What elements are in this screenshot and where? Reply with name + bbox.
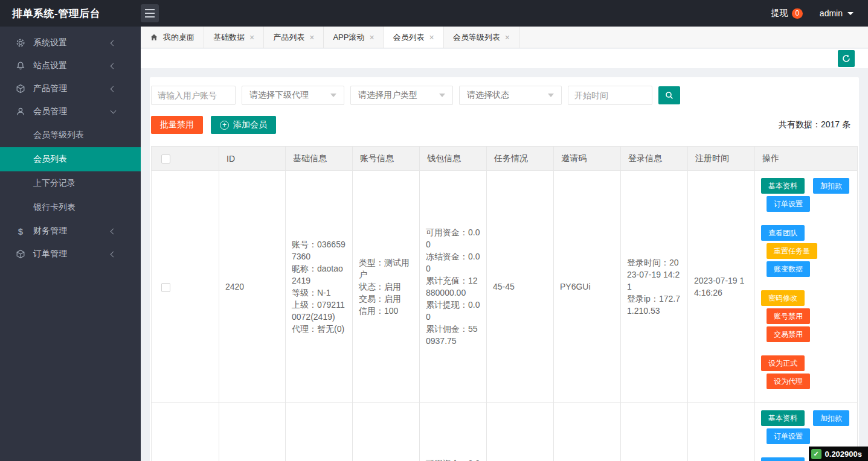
tab-my-desktop[interactable]: 我的桌面: [141, 27, 204, 48]
tab-member-level-list[interactable]: 会员等级列表 ×: [444, 27, 519, 48]
sidebar-subitem-member-list[interactable]: 会员列表: [0, 147, 141, 171]
order-settings-button[interactable]: 订单设置: [767, 428, 810, 444]
reset-task-button[interactable]: 重置任务量: [767, 243, 817, 259]
sidebar-subitem-label: 银行卡列表: [33, 202, 76, 213]
row-select-cell: [152, 403, 219, 461]
cell-task: 45-45: [487, 171, 554, 403]
tab-basic-data[interactable]: 基础数据 ×: [204, 27, 264, 48]
search-button[interactable]: [658, 86, 680, 104]
sidebar: 系统设置 站点设置 产品管理 会员管理 会员等级列表 会员列表 上下分记录: [0, 27, 141, 461]
action-group: 基本资料 加扣款 订单设置: [761, 178, 851, 212]
cell-operations: 基本资料 加扣款 订单设置 查看团队 重置任务量 账变数据: [755, 171, 858, 403]
close-icon[interactable]: ×: [249, 33, 254, 42]
withdraw-label: 提现: [771, 8, 788, 19]
sidebar-item-finance-management[interactable]: $ 财务管理: [0, 220, 141, 243]
basic-info-button[interactable]: 基本资料: [761, 410, 805, 426]
action-bar: 批量禁用 + 添加会员 共有数据：2017 条: [151, 116, 858, 134]
chevron-left-icon: [111, 228, 117, 234]
account-change-button[interactable]: 账变数据: [767, 261, 810, 277]
table-row: 2420 账号：0366597360 昵称：daotao2419 等级：N-1 …: [152, 171, 858, 403]
set-official-button[interactable]: 设为正式: [761, 355, 805, 371]
table-header-row: ID 基础信息 账号信息 钱包信息 任务情况 邀请码 登录信息 注册时间 操作: [152, 147, 858, 171]
action-group: 密码修改 账号禁用 交易禁用: [761, 290, 851, 342]
cell-register-time: [688, 403, 755, 461]
adjust-balance-button[interactable]: 加扣款: [813, 178, 849, 194]
cell-invite-code: PY6GUi: [554, 171, 621, 403]
cell-id: [219, 403, 286, 461]
status-select[interactable]: 请选择状态: [459, 86, 562, 105]
add-member-label: 添加会员: [233, 119, 267, 130]
app-title: 排单系统-管理后台: [0, 7, 141, 21]
col-wallet-info: 钱包信息: [420, 147, 487, 171]
cell-wallet-info: 可用资金：0.00 冻结资金：0.00 累计充值：12880000.00 累计提…: [420, 171, 487, 403]
col-invite-code: 邀请码: [554, 147, 621, 171]
chevron-down-icon: [111, 108, 117, 114]
sidebar-item-label: 产品管理: [33, 83, 67, 94]
account-input[interactable]: [151, 86, 236, 105]
user-icon: [16, 107, 25, 116]
cell-login-info: [621, 403, 688, 461]
cell-task: [487, 403, 554, 461]
view-team-button[interactable]: 查看团队: [761, 225, 805, 241]
sidebar-subitem-updown-records[interactable]: 上下分记录: [0, 171, 141, 196]
add-member-button[interactable]: + 添加会员: [211, 116, 276, 134]
sidebar-item-label: 系统设置: [33, 37, 67, 48]
start-time-input[interactable]: [568, 86, 652, 105]
col-task: 任务情况: [487, 147, 554, 171]
user-menu[interactable]: admin: [820, 8, 854, 18]
adjust-balance-button[interactable]: 加扣款: [813, 410, 849, 426]
tab-app-scroll[interactable]: APP滚动 ×: [324, 27, 384, 48]
sidebar-item-label: 财务管理: [33, 226, 67, 237]
cell-account-info: 类型：测试用户 状态：启用 交易：启用 信用：100: [353, 171, 420, 403]
gear-icon: [16, 38, 25, 48]
sidebar-item-site-settings[interactable]: 站点设置: [0, 54, 141, 77]
set-agent-button[interactable]: 设为代理: [767, 374, 810, 389]
sidebar-item-member-management[interactable]: 会员管理: [0, 100, 141, 123]
tab-member-list[interactable]: 会员列表 ×: [384, 27, 444, 48]
withdraw-link[interactable]: 提现 0: [771, 8, 803, 19]
chevron-left-icon: [111, 251, 117, 257]
tab-product-list[interactable]: 产品列表 ×: [264, 27, 324, 48]
close-icon[interactable]: ×: [309, 33, 314, 42]
basic-info-button[interactable]: 基本资料: [761, 178, 805, 194]
close-icon[interactable]: ×: [505, 33, 510, 42]
sidebar-subitem-member-level-list[interactable]: 会员等级列表: [0, 123, 141, 147]
agent-select[interactable]: 请选择下级代理: [242, 86, 344, 105]
chevron-left-icon: [111, 63, 117, 69]
dollar-icon: $: [16, 226, 25, 236]
tab-label: 基础数据: [213, 32, 245, 43]
load-time-text: 0.202900s: [825, 450, 862, 459]
sidebar-subitem-label: 上下分记录: [33, 178, 76, 189]
load-time-badge: ✓ 0.202900s: [809, 447, 868, 461]
check-icon: ✓: [811, 449, 821, 459]
refresh-button[interactable]: [838, 50, 855, 67]
tab-bar: 我的桌面 基础数据 × 产品列表 × APP滚动 × 会员列表 × 会员等级列表…: [141, 27, 868, 48]
sidebar-item-order-management[interactable]: 订单管理: [0, 243, 141, 265]
close-icon[interactable]: ×: [369, 33, 374, 42]
close-icon[interactable]: ×: [429, 33, 434, 42]
withdraw-badge: 0: [792, 8, 803, 19]
status-select-value: 请选择状态: [467, 90, 509, 101]
row-checkbox[interactable]: [161, 283, 170, 292]
sidebar-subitem-bank-card-list[interactable]: 银行卡列表: [0, 196, 141, 220]
menu-toggle-button[interactable]: [141, 4, 159, 22]
bell-icon: [16, 61, 25, 71]
batch-disable-button[interactable]: 批量禁用: [151, 116, 203, 134]
chevron-down-icon: [847, 12, 854, 15]
chevron-down-icon: [330, 94, 336, 97]
order-settings-button[interactable]: 订单设置: [767, 196, 810, 212]
sidebar-subitem-label: 会员等级列表: [33, 130, 84, 141]
sidebar-item-system-settings[interactable]: 系统设置: [0, 31, 141, 54]
select-all-checkbox[interactable]: [161, 154, 170, 164]
view-team-button[interactable]: 查看团队: [761, 457, 805, 461]
cell-wallet-info: 可用资金：0.00: [420, 403, 487, 461]
search-icon: [664, 91, 674, 100]
disable-trade-button[interactable]: 交易禁用: [767, 326, 810, 342]
disable-account-button[interactable]: 账号禁用: [767, 308, 810, 324]
sidebar-item-product-management[interactable]: 产品管理: [0, 77, 141, 100]
tab-label: 产品列表: [273, 32, 304, 43]
user-type-select[interactable]: 请选择用户类型: [350, 86, 453, 105]
action-group: 基本资料 加扣款 订单设置: [761, 410, 851, 444]
change-password-button[interactable]: 密码修改: [761, 290, 805, 306]
col-base-info: 基础信息: [286, 147, 353, 171]
